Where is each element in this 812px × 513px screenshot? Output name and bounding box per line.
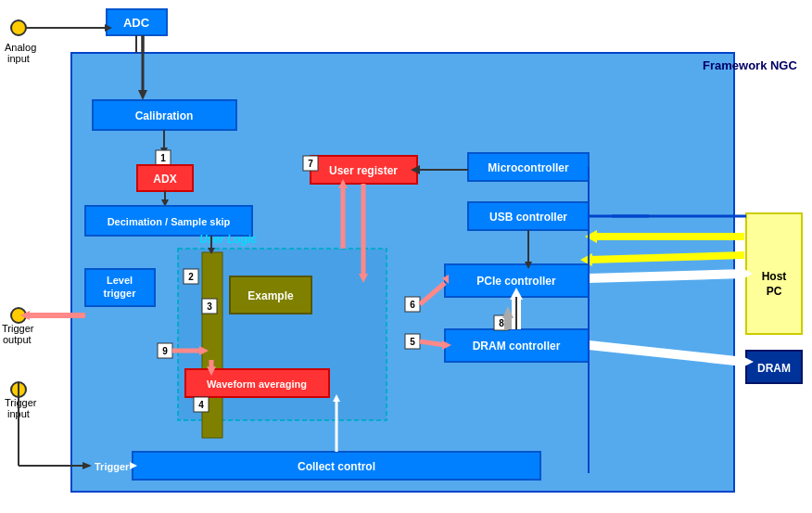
svg-text:Decimation / Sample skip: Decimation / Sample skip — [108, 216, 231, 227]
svg-marker-83 — [82, 462, 92, 469]
svg-text:ADC: ADC — [123, 16, 150, 30]
svg-rect-16 — [156, 150, 171, 165]
svg-text:Example: Example — [247, 289, 294, 302]
svg-text:Calibration: Calibration — [135, 109, 194, 122]
svg-line-88 — [589, 345, 744, 362]
svg-rect-26 — [85, 269, 155, 306]
svg-line-105 — [420, 341, 445, 345]
svg-text:input: input — [7, 53, 30, 64]
svg-rect-58 — [158, 343, 172, 358]
svg-text:Waveform averaging: Waveform averaging — [207, 378, 307, 390]
diagram-svg: Framework NGC ADC Analog input Calibrati… — [0, 0, 812, 513]
framework-label: Framework NGC — [703, 58, 797, 72]
svg-line-86 — [589, 255, 744, 260]
svg-rect-38 — [194, 397, 209, 412]
svg-marker-7 — [105, 24, 112, 32]
svg-marker-92 — [585, 230, 597, 243]
svg-text:User register: User register — [329, 164, 398, 177]
svg-rect-1 — [107, 9, 167, 35]
svg-rect-48 — [445, 264, 589, 297]
svg-text:Level: Level — [107, 275, 133, 286]
svg-text:4: 4 — [198, 400, 204, 410]
svg-text:2: 2 — [188, 272, 194, 282]
svg-marker-104 — [442, 275, 449, 284]
svg-point-70 — [11, 308, 26, 323]
svg-rect-24 — [178, 249, 387, 420]
svg-text:trigger: trigger — [104, 288, 137, 299]
svg-rect-44 — [468, 153, 589, 181]
svg-text:output: output — [3, 334, 32, 345]
svg-marker-110 — [502, 306, 514, 318]
svg-point-3 — [11, 20, 26, 35]
svg-marker-21 — [161, 199, 169, 207]
svg-marker-80 — [199, 346, 209, 355]
svg-rect-34 — [230, 276, 311, 314]
svg-marker-78 — [20, 311, 30, 320]
svg-text:Trigger: Trigger — [2, 323, 34, 334]
svg-marker-98 — [338, 179, 348, 188]
svg-text:USB controller: USB controller — [489, 211, 567, 224]
svg-text:PCIe controller: PCIe controller — [476, 275, 556, 288]
svg-marker-102 — [208, 248, 215, 254]
svg-marker-116 — [525, 262, 532, 269]
svg-text:Host: Host — [762, 270, 787, 283]
svg-marker-89 — [741, 355, 754, 368]
svg-marker-106 — [442, 340, 451, 350]
svg-rect-56 — [494, 315, 509, 330]
svg-text:input: input — [7, 408, 30, 419]
svg-text:Trigger: Trigger — [5, 397, 37, 408]
diagram-container: Framework NGC ADC Analog input Calibrati… — [0, 0, 812, 513]
svg-text:6: 6 — [410, 300, 415, 310]
svg-text:Microcontroller: Microcontroller — [488, 161, 569, 174]
svg-text:Trigger: Trigger — [95, 461, 130, 472]
svg-marker-96 — [359, 274, 368, 283]
svg-rect-65 — [746, 213, 802, 334]
svg-marker-94 — [411, 165, 420, 174]
svg-text:1: 1 — [160, 153, 166, 163]
svg-rect-60 — [133, 452, 540, 480]
svg-text:ADX: ADX — [153, 173, 176, 186]
svg-text:8: 8 — [499, 318, 504, 328]
svg-marker-85 — [741, 267, 753, 280]
svg-text:7: 7 — [308, 159, 313, 169]
svg-rect-29 — [184, 269, 198, 284]
svg-rect-32 — [202, 299, 217, 314]
svg-point-73 — [11, 382, 26, 397]
svg-rect-31 — [202, 252, 222, 438]
svg-line-84 — [589, 274, 744, 278]
svg-text:5: 5 — [410, 337, 415, 347]
svg-text:Collect control: Collect control — [298, 460, 375, 473]
svg-text:DRAM: DRAM — [757, 362, 791, 375]
svg-text:3: 3 — [207, 301, 212, 312]
svg-marker-112 — [333, 394, 340, 402]
svg-rect-52 — [405, 334, 420, 349]
svg-text:Analog: Analog — [5, 42, 36, 53]
svg-line-103 — [420, 283, 445, 304]
svg-text:PC: PC — [767, 285, 782, 298]
svg-rect-22 — [85, 206, 252, 236]
svg-marker-15 — [160, 147, 168, 155]
svg-rect-42 — [303, 156, 318, 171]
svg-rect-0 — [71, 53, 734, 492]
svg-marker-108 — [510, 288, 523, 300]
svg-rect-50 — [445, 329, 589, 362]
svg-rect-40 — [311, 156, 417, 184]
svg-marker-64 — [130, 462, 137, 469]
svg-rect-54 — [405, 297, 420, 312]
svg-text:DRAM controller: DRAM controller — [473, 340, 561, 353]
svg-marker-11 — [138, 90, 147, 100]
svg-rect-36 — [185, 369, 329, 397]
svg-rect-46 — [468, 202, 589, 230]
svg-rect-12 — [93, 100, 236, 130]
svg-text:9: 9 — [162, 346, 168, 356]
svg-rect-18 — [137, 165, 193, 191]
svg-marker-100 — [207, 366, 216, 376]
svg-text:User Logic: User Logic — [199, 233, 257, 246]
svg-marker-87 — [580, 253, 592, 266]
svg-rect-68 — [746, 351, 802, 383]
